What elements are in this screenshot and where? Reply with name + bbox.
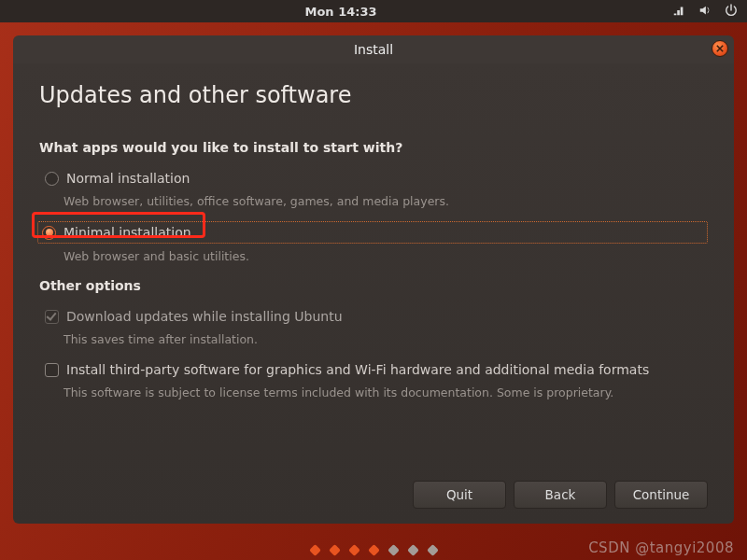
installer-body: Updates and other software What apps wou… — [13, 63, 734, 524]
continue-button[interactable]: Continue — [614, 481, 708, 509]
quit-button[interactable]: Quit — [413, 481, 506, 509]
close-button[interactable] — [712, 40, 728, 57]
download-desc: This saves time after installation. — [63, 332, 708, 346]
radio-icon — [45, 172, 59, 186]
step-pager — [13, 524, 734, 560]
window-title: Install — [354, 42, 393, 57]
page-title: Updates and other software — [39, 82, 708, 108]
checkbox-third-party[interactable]: Install third-party software for graphic… — [41, 359, 708, 380]
system-indicators — [672, 4, 738, 20]
pager-dot — [368, 544, 380, 556]
radio-label: Normal installation — [66, 171, 190, 186]
radio-label: Minimal installation — [63, 225, 191, 240]
radio-icon — [42, 226, 56, 240]
checkbox-label: Install third-party software for graphic… — [66, 362, 649, 377]
other-options-heading: Other options — [39, 278, 708, 293]
checkbox-download-updates[interactable]: Download updates while installing Ubuntu — [41, 306, 708, 327]
checkbox-label: Download updates while installing Ubuntu — [66, 309, 343, 324]
thirdparty-desc: This software is subject to license term… — [63, 385, 708, 399]
volume-icon[interactable] — [698, 4, 712, 20]
window-titlebar: Install — [13, 35, 734, 63]
pager-dot — [388, 544, 400, 556]
back-button[interactable]: Back — [514, 481, 607, 509]
checkbox-icon — [45, 310, 59, 324]
power-icon[interactable] — [725, 4, 738, 20]
clock: Mon 14:33 — [9, 5, 672, 19]
pager-dot — [427, 544, 439, 556]
pager-dot — [348, 544, 360, 556]
wizard-buttons: Quit Back Continue — [39, 462, 708, 509]
top-menubar: Mon 14:33 — [0, 0, 747, 22]
network-icon[interactable] — [672, 4, 685, 20]
minimal-desc: Web browser and basic utilities. — [63, 249, 708, 263]
radio-minimal-installation[interactable]: Minimal installation — [37, 221, 708, 244]
radio-normal-installation[interactable]: Normal installation — [41, 168, 708, 189]
pager-dot — [329, 544, 341, 556]
normal-desc: Web browser, utilities, office software,… — [63, 194, 708, 208]
apps-question: What apps would you like to install to s… — [39, 140, 708, 155]
pager-dot — [407, 544, 419, 556]
checkbox-icon — [45, 363, 59, 377]
pager-dot — [309, 544, 321, 556]
